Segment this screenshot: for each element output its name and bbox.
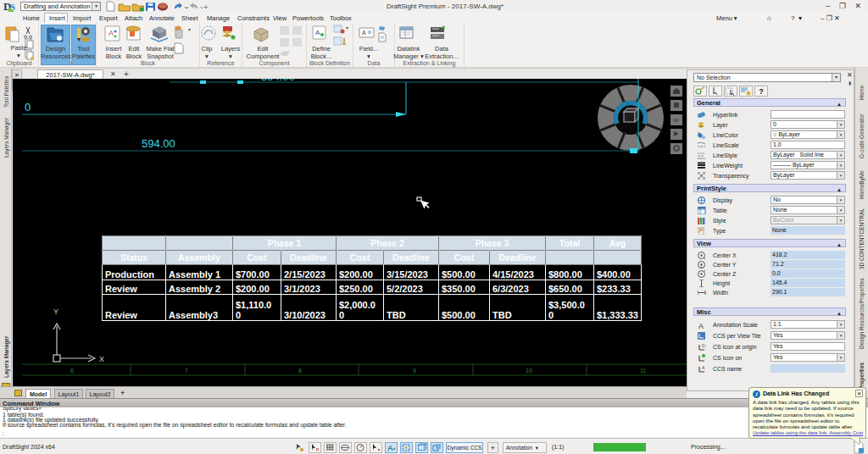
svg-text:▾: ▾ bbox=[188, 27, 191, 32]
svg-text:11: 11 bbox=[640, 368, 646, 374]
svg-text:8: 8 bbox=[298, 368, 302, 374]
svg-text:A: A bbox=[315, 29, 320, 36]
svg-text:Y: Y bbox=[53, 307, 58, 316]
svg-text:0,0: 0,0 bbox=[702, 343, 706, 348]
svg-text:7: 7 bbox=[185, 368, 188, 374]
svg-text:A: A bbox=[362, 30, 366, 36]
svg-text:90: 90 bbox=[673, 118, 679, 123]
svg-text:10: 10 bbox=[526, 368, 532, 374]
svg-text:A: A bbox=[108, 29, 114, 37]
svg-text:A: A bbox=[702, 365, 705, 370]
svg-text:9: 9 bbox=[413, 368, 416, 374]
svg-text:594.00: 594.00 bbox=[142, 137, 175, 150]
svg-text:6: 6 bbox=[70, 368, 74, 374]
svg-text:A: A bbox=[698, 322, 704, 329]
svg-text:594.00: 594.00 bbox=[261, 79, 295, 83]
svg-text:X: X bbox=[99, 355, 104, 363]
svg-text:A: A bbox=[387, 444, 393, 452]
svg-text:0: 0 bbox=[25, 101, 31, 114]
svg-text:▾: ▾ bbox=[346, 25, 348, 30]
